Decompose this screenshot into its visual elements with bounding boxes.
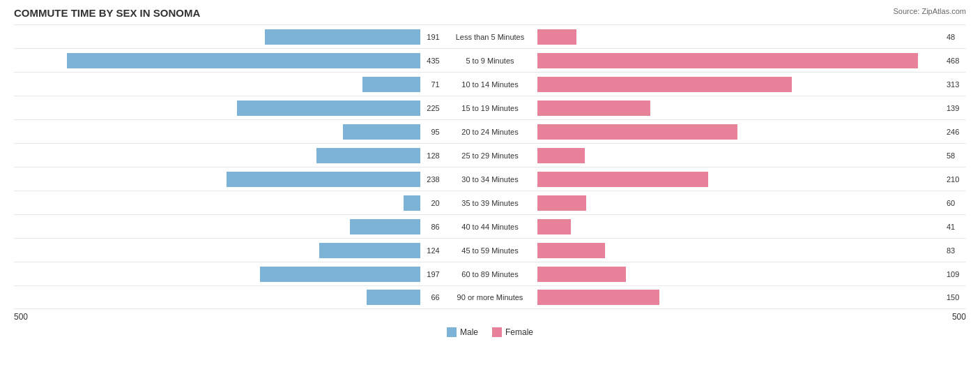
female-bar [537, 53, 917, 68]
female-value: 139 [947, 104, 966, 112]
male-bar [367, 290, 420, 305]
bar-row: 225 15 to 19 Minutes 139 [14, 96, 966, 119]
row-label: 20 to 24 Minutes [443, 128, 538, 136]
female-bar-container [537, 172, 944, 187]
female-value: 109 [947, 270, 966, 278]
left-section: 71 [14, 73, 443, 96]
left-section: 20 [14, 191, 443, 214]
row-label: 5 to 9 Minutes [443, 57, 538, 65]
row-label: 25 to 29 Minutes [443, 151, 538, 160]
female-value: 60 [947, 199, 966, 207]
left-section: 128 [14, 144, 443, 167]
right-section: 60 [537, 191, 966, 214]
male-bar [67, 53, 420, 68]
axis-left: 500 [14, 312, 443, 322]
female-bar-container [537, 124, 944, 140]
male-bar-container [14, 124, 420, 140]
left-section: 66 [14, 286, 443, 308]
female-value: 41 [947, 223, 966, 231]
female-bar [537, 290, 659, 305]
right-section: 210 [537, 167, 966, 191]
male-bar [362, 77, 420, 92]
male-bar [404, 195, 420, 211]
bar-row: 71 10 to 14 Minutes 313 [14, 72, 966, 96]
right-section: 246 [537, 120, 966, 143]
male-value: 95 [420, 128, 440, 136]
bar-row: 191 Less than 5 Minutes 48 [14, 24, 966, 48]
row-label: 15 to 19 Minutes [443, 104, 538, 112]
bar-row: 238 30 to 34 Minutes 210 [14, 167, 966, 191]
male-bar [343, 124, 420, 140]
left-section: 238 [14, 167, 443, 191]
female-bar [537, 243, 605, 258]
male-bar [316, 148, 420, 163]
legend-male: Male [447, 327, 478, 337]
male-label: Male [460, 327, 478, 337]
female-bar-container [537, 77, 944, 92]
male-bar [237, 100, 420, 116]
right-section: 139 [537, 96, 966, 119]
male-bar-container [14, 148, 420, 163]
left-section: 191 [14, 25, 443, 48]
left-section: 197 [14, 262, 443, 285]
bar-row: 66 90 or more Minutes 150 [14, 285, 966, 309]
male-bar-container [14, 53, 420, 68]
right-section: 83 [537, 239, 966, 262]
male-value: 435 [420, 57, 440, 65]
row-label: 90 or more Minutes [443, 293, 538, 301]
male-bar-container [14, 172, 420, 187]
female-bar-container [537, 53, 944, 68]
right-section: 48 [537, 25, 966, 48]
legend-female: Female [492, 327, 533, 337]
left-section: 124 [14, 239, 443, 262]
female-bar [537, 172, 708, 187]
female-value: 246 [947, 128, 966, 136]
bar-row: 124 45 to 59 Minutes 83 [14, 238, 966, 262]
male-bar [227, 172, 420, 187]
female-bar [537, 219, 571, 234]
female-bar [537, 77, 792, 92]
left-section: 225 [14, 96, 443, 119]
male-bar [350, 219, 420, 234]
source-text: Source: ZipAtlas.com [893, 7, 966, 15]
female-value: 83 [947, 246, 966, 255]
male-swatch [447, 327, 457, 337]
right-section: 468 [537, 49, 966, 72]
female-bar-container [537, 219, 944, 234]
female-value: 313 [947, 80, 966, 89]
female-value: 48 [947, 33, 966, 41]
row-label: 30 to 34 Minutes [443, 175, 538, 184]
row-label: 40 to 44 Minutes [443, 223, 538, 231]
axis-row: 500 500 [14, 312, 966, 322]
male-bar-container [14, 243, 420, 258]
row-label: Less than 5 Minutes [443, 33, 538, 41]
male-bar-container [14, 219, 420, 234]
female-bar-container [537, 29, 944, 45]
bar-row: 435 5 to 9 Minutes 468 [14, 48, 966, 72]
female-bar [537, 29, 576, 45]
bar-row: 95 20 to 24 Minutes 246 [14, 119, 966, 143]
male-value: 66 [420, 293, 440, 301]
male-value: 124 [420, 246, 440, 255]
bar-row: 86 40 to 44 Minutes 41 [14, 214, 966, 238]
female-bar [537, 124, 737, 140]
male-value: 238 [420, 175, 440, 184]
female-bar-container [537, 195, 944, 211]
male-value: 86 [420, 223, 440, 231]
left-section: 95 [14, 120, 443, 143]
male-bar-container [14, 267, 420, 282]
male-bar [265, 29, 420, 45]
male-value: 197 [420, 270, 440, 278]
right-section: 41 [537, 215, 966, 238]
bar-row: 128 25 to 29 Minutes 58 [14, 143, 966, 167]
male-value: 128 [420, 151, 440, 160]
male-bar-container [14, 290, 420, 305]
female-bar [537, 100, 650, 116]
male-value: 225 [420, 104, 440, 112]
row-label: 10 to 14 Minutes [443, 80, 538, 89]
male-bar-container [14, 77, 420, 92]
female-value: 210 [947, 175, 966, 184]
male-value: 71 [420, 80, 440, 89]
row-label: 35 to 39 Minutes [443, 199, 538, 207]
axis-right: 500 [537, 312, 966, 322]
